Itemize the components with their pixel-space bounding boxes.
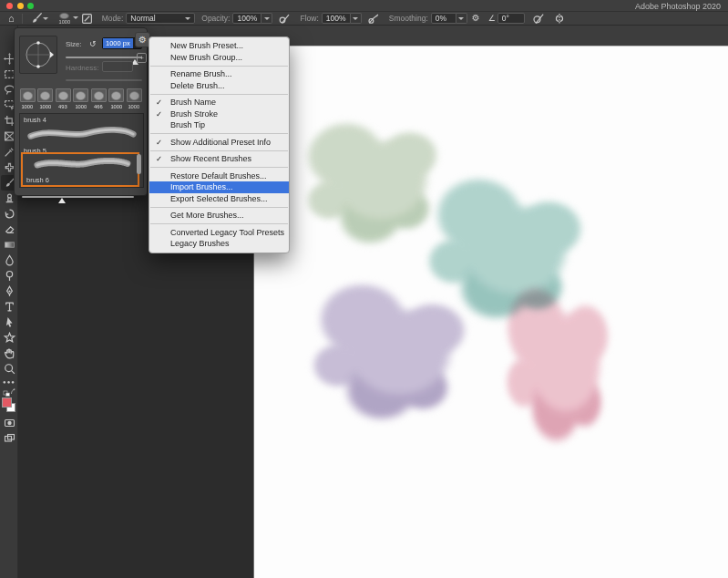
brush-size-readout: 1000 (58, 19, 69, 24)
brush-item-name[interactable]: brush 4 (24, 116, 143, 124)
menu-item[interactable]: New Brush Preset... (149, 40, 289, 52)
smoothing-dropdown-button[interactable] (456, 13, 467, 24)
menu-item[interactable]: Restore Default Brushes... (149, 170, 289, 182)
flow-value: 100% (326, 14, 346, 23)
gear-icon: ⚙ (472, 14, 480, 23)
brush-angle-roundness-control[interactable] (19, 36, 57, 74)
default-and-swap-colors[interactable] (1, 387, 17, 397)
hardness-slider (66, 79, 142, 81)
menu-item[interactable]: Legacy Brushes (149, 238, 289, 250)
brush-tip-thumbnail[interactable]: 466 (90, 88, 108, 109)
brush-tip-thumbnail[interactable]: 1000 (19, 88, 36, 109)
blend-mode-dropdown[interactable]: Normal (126, 13, 195, 24)
menu-item[interactable]: Rename Brush... (149, 68, 289, 80)
brush-tip-icon (92, 89, 106, 101)
home-button[interactable]: ⌂ (8, 14, 15, 24)
brush-tip-thumbnail[interactable]: 1000 (126, 88, 143, 109)
checkmark-icon (156, 108, 162, 120)
chevron-down-icon (43, 17, 48, 23)
brush-tool-preset-button[interactable] (30, 12, 48, 25)
menu-separator (150, 133, 288, 134)
brush-tip-icon (128, 89, 141, 101)
options-bar: ⌂ 1000 Mode: Normal Opacity: 100 (0, 12, 728, 26)
watercolor-blob-pink (497, 272, 620, 455)
brush-tip-thumbnail[interactable]: 1000 (37, 88, 55, 109)
zoom-window-button[interactable] (27, 3, 34, 9)
window-title: Adobe Photoshop 2020 (635, 2, 721, 11)
tool-custom-shape-button[interactable] (1, 330, 17, 346)
menu-item[interactable]: Brush Tip (149, 119, 289, 131)
airbrush-button[interactable] (367, 13, 380, 25)
pen-pressure-size-icon (532, 13, 545, 25)
menu-item[interactable]: Brush Stroke (149, 108, 289, 120)
history-brush-icon (4, 208, 15, 220)
quick-mask-button[interactable] (1, 415, 17, 430)
menu-item[interactable]: Import Brushes... (149, 181, 289, 193)
reset-size-icon[interactable]: ↺ (89, 39, 97, 48)
pressure-size-button[interactable] (532, 13, 545, 25)
toggle-brush-settings-button[interactable] (81, 13, 93, 25)
titlebar: Adobe Photoshop 2020 (0, 0, 728, 12)
minimize-window-button[interactable] (17, 3, 24, 9)
tool-eraser-button[interactable] (1, 222, 17, 237)
pressure-opacity-button[interactable] (278, 13, 291, 25)
new-group-button[interactable]: + (137, 53, 147, 63)
menu-item[interactable]: New Brush Group... (149, 52, 289, 64)
tool-path-selection-button[interactable] (1, 315, 17, 330)
close-window-button[interactable] (6, 3, 13, 9)
brush-tip-icon (74, 89, 87, 101)
brush-preset-picker[interactable]: 1000 (56, 13, 78, 25)
edit-toolbar-button[interactable]: ●●● (0, 379, 18, 385)
tool-gradient-button[interactable] (1, 237, 17, 253)
hardness-input (102, 61, 133, 72)
menu-item[interactable]: Show Recent Brushes (149, 153, 289, 165)
opacity-input[interactable]: 100% (232, 13, 261, 24)
menu-item[interactable]: Delete Brush... (149, 80, 289, 92)
brush-angle-input[interactable]: 0° (497, 13, 525, 24)
size-label: Size: (66, 40, 82, 48)
smoothing-input[interactable]: 0% (431, 13, 456, 24)
blend-mode-value: Normal (130, 14, 155, 23)
checkmark-icon (156, 97, 162, 108)
foreground-color-swatch[interactable] (2, 397, 12, 408)
document-canvas[interactable] (253, 46, 728, 578)
flow-input[interactable]: 100% (322, 13, 351, 24)
preview-size-slider-thumb[interactable] (58, 194, 66, 203)
brush-tip-preview-icon (58, 13, 70, 19)
flow-dropdown-button[interactable] (351, 13, 362, 24)
chevron-down-icon (353, 17, 358, 23)
menu-item[interactable]: Show Additional Preset Info (149, 137, 289, 149)
hand-icon (4, 347, 15, 359)
tool-blur-button[interactable] (1, 253, 17, 268)
list-scrollbar[interactable] (137, 154, 141, 174)
smoothing-options-button[interactable]: ⚙ (472, 14, 480, 23)
menu-item[interactable]: Get More Brushes... (149, 210, 289, 222)
tool-pen-button[interactable] (1, 284, 17, 299)
magnifier-icon (4, 363, 15, 375)
brush-tip-icon (21, 89, 35, 101)
brush-tip-thumbnails: 1000 1000 493 1000 466 1000 (19, 88, 144, 109)
traffic-lights (6, 3, 34, 9)
angle-icon: ∠ (488, 15, 496, 23)
tool-zoom-button[interactable] (1, 361, 17, 377)
menu-item[interactable]: Converted Legacy Tool Presets (149, 227, 289, 239)
smoothing-label: Smoothing: (389, 14, 428, 23)
tool-dodge-button[interactable] (1, 268, 17, 284)
opacity-dropdown-button[interactable] (261, 13, 272, 24)
menu-item[interactable]: Brush Name (149, 97, 289, 108)
menu-item[interactable]: Export Selected Brushes... (149, 193, 289, 205)
symmetry-butterfly-icon (553, 13, 566, 25)
brush-item-selected[interactable]: brush 6 (21, 152, 139, 187)
brush-tip-thumbnail[interactable]: 1000 (108, 88, 126, 109)
tool-hand-button[interactable] (1, 346, 17, 361)
brush-stroke-preview[interactable] (24, 125, 139, 145)
brush-tip-thumbnail[interactable]: 493 (55, 88, 72, 109)
symmetry-button[interactable] (553, 13, 566, 25)
brush-tip-thumbnail[interactable]: 1000 (73, 88, 90, 109)
pen-pressure-opacity-icon (278, 13, 291, 25)
brush-stroke-preview (26, 156, 134, 174)
tool-type-button[interactable] (1, 299, 17, 315)
tool-history-brush-button[interactable] (1, 206, 17, 222)
screen-mode-button[interactable] (1, 430, 17, 446)
color-swatches[interactable] (2, 397, 16, 413)
